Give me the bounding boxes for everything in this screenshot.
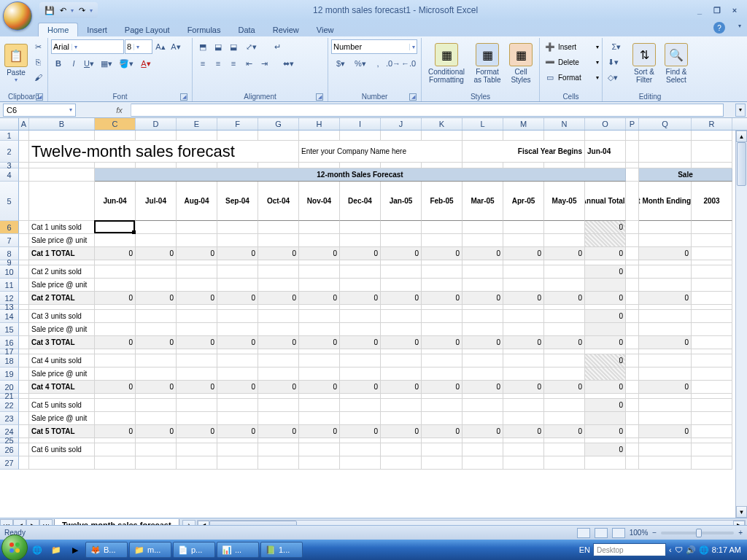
- cell[interactable]: [544, 399, 585, 412]
- column-header-I[interactable]: I: [340, 118, 381, 130]
- cell[interactable]: [19, 279, 29, 292]
- cell[interactable]: [544, 443, 585, 456]
- cell[interactable]: [626, 131, 639, 141]
- cell[interactable]: 0: [639, 292, 692, 305]
- cell[interactable]: [95, 456, 136, 470]
- cell[interactable]: [626, 182, 639, 221]
- row-header-11[interactable]: 11: [0, 279, 19, 292]
- total-cell[interactable]: 0: [503, 336, 544, 349]
- cell[interactable]: [626, 349, 639, 354]
- cell[interactable]: [19, 456, 29, 470]
- row-header-25[interactable]: 25: [0, 438, 19, 443]
- cell[interactable]: [381, 234, 422, 247]
- cell[interactable]: [299, 456, 340, 470]
- cell[interactable]: [258, 260, 299, 265]
- cell[interactable]: [19, 182, 29, 221]
- name-box[interactable]: C6▾: [3, 104, 76, 117]
- cell[interactable]: [503, 368, 544, 381]
- cell[interactable]: [503, 438, 544, 443]
- total-cell[interactable]: 0: [217, 425, 258, 438]
- cell[interactable]: [217, 221, 258, 234]
- cell[interactable]: [381, 260, 422, 265]
- cell[interactable]: [585, 260, 626, 265]
- cell[interactable]: [626, 247, 639, 260]
- tab-view[interactable]: View: [308, 23, 343, 36]
- cell[interactable]: [381, 310, 422, 323]
- column-header-A[interactable]: A: [19, 118, 29, 130]
- cell[interactable]: [299, 265, 340, 279]
- cell[interactable]: [639, 260, 692, 265]
- cell[interactable]: [95, 310, 136, 323]
- cell[interactable]: [462, 163, 503, 168]
- cell[interactable]: [299, 354, 340, 368]
- cell[interactable]: [692, 305, 732, 310]
- cell[interactable]: [462, 412, 503, 425]
- insert-cells-button[interactable]: ➕Insert▾: [543, 39, 599, 54]
- cell[interactable]: [217, 260, 258, 265]
- cat-total-label[interactable]: Cat 4 TOTAL: [29, 381, 95, 394]
- forecast-band-header[interactable]: 12-month Sales Forecast: [95, 168, 626, 182]
- font-name-combo[interactable]: Arial▾: [51, 39, 124, 54]
- cell[interactable]: [340, 305, 381, 310]
- annual-units[interactable]: 0: [585, 354, 626, 368]
- align-middle-icon[interactable]: ⬓: [211, 39, 225, 54]
- cell[interactable]: [381, 323, 422, 336]
- cell[interactable]: [258, 412, 299, 425]
- cat-total-label[interactable]: Cat 3 TOTAL: [29, 336, 95, 349]
- total-cell[interactable]: 0: [299, 247, 340, 260]
- cell[interactable]: 0: [639, 425, 692, 438]
- cell[interactable]: [626, 412, 639, 425]
- total-cell[interactable]: 0: [95, 425, 136, 438]
- cell[interactable]: [29, 394, 95, 399]
- cell[interactable]: [544, 349, 585, 354]
- total-cell[interactable]: 0: [299, 425, 340, 438]
- conditional-formatting-button[interactable]: ▦Conditional Formatting: [425, 39, 468, 88]
- align-bottom-icon[interactable]: ⬓: [226, 39, 241, 54]
- row-header-10[interactable]: 10: [0, 265, 19, 279]
- office-button[interactable]: [3, 1, 32, 31]
- cell[interactable]: [422, 368, 462, 381]
- page-break-view-icon[interactable]: [612, 528, 625, 538]
- cell[interactable]: [177, 368, 217, 381]
- cell[interactable]: [258, 265, 299, 279]
- current-month-header[interactable]: Current Month Ending mm/yy: [639, 182, 692, 221]
- total-cell[interactable]: 0: [136, 336, 177, 349]
- annual-price[interactable]: [585, 234, 626, 247]
- cell[interactable]: [258, 279, 299, 292]
- cell[interactable]: [95, 260, 136, 265]
- cell[interactable]: [381, 443, 422, 456]
- row-header-14[interactable]: 14: [0, 310, 19, 323]
- cell[interactable]: [585, 456, 626, 470]
- cell[interactable]: [422, 443, 462, 456]
- cell[interactable]: [692, 279, 732, 292]
- grid-rows[interactable]: 12Twelve-month sales forecastEnter your …: [0, 131, 735, 518]
- underline-icon[interactable]: U▾: [82, 56, 96, 71]
- total-cell[interactable]: 0: [544, 247, 585, 260]
- tray-expand-icon[interactable]: ‹: [669, 545, 672, 554]
- row-header-3[interactable]: 3: [0, 163, 19, 168]
- cell[interactable]: [639, 131, 692, 141]
- cell[interactable]: [692, 221, 732, 234]
- cell[interactable]: [544, 323, 585, 336]
- cell[interactable]: [462, 399, 503, 412]
- total-cell[interactable]: 0: [299, 336, 340, 349]
- cell[interactable]: [136, 305, 177, 310]
- cell[interactable]: [136, 323, 177, 336]
- cell[interactable]: [177, 399, 217, 412]
- cell[interactable]: [29, 438, 95, 443]
- row-header-19[interactable]: 19: [0, 368, 19, 381]
- cell[interactable]: [585, 438, 626, 443]
- cell[interactable]: [340, 399, 381, 412]
- cell[interactable]: [340, 279, 381, 292]
- cell[interactable]: [626, 234, 639, 247]
- month-header[interactable]: Jul-04: [136, 182, 177, 221]
- cell[interactable]: [299, 412, 340, 425]
- total-cell[interactable]: 0: [340, 425, 381, 438]
- cell[interactable]: [340, 349, 381, 354]
- cell[interactable]: [381, 221, 422, 234]
- vertical-scrollbar[interactable]: ▲ ▼: [735, 131, 747, 518]
- cat-price-label[interactable]: Sale price @ unit: [29, 412, 95, 425]
- cell[interactable]: [544, 456, 585, 470]
- cell[interactable]: [692, 336, 732, 349]
- cell[interactable]: [544, 260, 585, 265]
